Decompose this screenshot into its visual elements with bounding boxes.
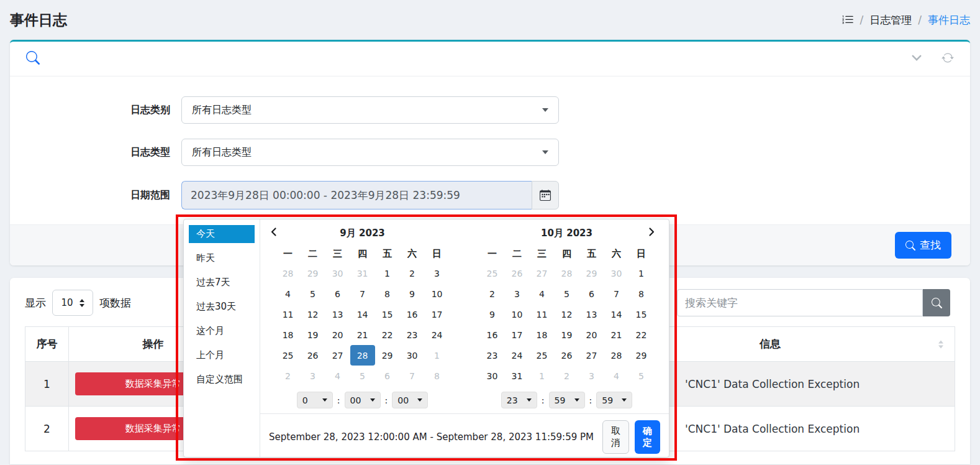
time-select[interactable]: 23: [501, 392, 537, 408]
day-cell[interactable]: 2: [555, 366, 579, 386]
range-item-6[interactable]: 自定义范围: [189, 371, 255, 389]
day-cell[interactable]: 5: [350, 366, 375, 386]
day-cell[interactable]: 2: [480, 283, 505, 304]
calendar-icon-button[interactable]: [532, 181, 559, 209]
breadcrumb-current[interactable]: 事件日志: [928, 13, 970, 27]
day-cell[interactable]: 19: [301, 325, 325, 345]
day-cell[interactable]: 25: [276, 345, 301, 366]
day-cell[interactable]: 31: [505, 366, 530, 386]
day-cell[interactable]: 9: [480, 304, 505, 325]
day-cell[interactable]: 27: [325, 345, 350, 366]
day-cell[interactable]: 21: [350, 325, 375, 345]
day-cell[interactable]: 15: [375, 304, 400, 325]
day-cell[interactable]: 9: [400, 283, 425, 304]
day-cell[interactable]: 28: [555, 263, 579, 283]
day-cell[interactable]: 25: [480, 263, 505, 283]
day-cell[interactable]: 4: [604, 366, 629, 386]
day-cell[interactable]: 4: [276, 283, 301, 304]
day-cell-selected[interactable]: 28: [350, 345, 375, 366]
day-cell[interactable]: 7: [350, 283, 375, 304]
day-cell[interactable]: 3: [301, 366, 325, 386]
breadcrumb-section[interactable]: 日志管理: [869, 13, 912, 27]
time-select[interactable]: 0: [297, 392, 333, 408]
log-type-select[interactable]: 所有日志类型: [181, 139, 559, 166]
day-cell[interactable]: 22: [375, 325, 400, 345]
day-cell[interactable]: 12: [555, 304, 579, 325]
day-cell[interactable]: 14: [604, 304, 629, 325]
day-cell[interactable]: 4: [530, 283, 555, 304]
day-cell[interactable]: 11: [276, 304, 301, 325]
day-cell[interactable]: 23: [400, 325, 425, 345]
day-cell[interactable]: 8: [375, 283, 400, 304]
day-cell[interactable]: 20: [325, 325, 350, 345]
log-category-select[interactable]: 所有日志类型: [181, 96, 559, 124]
day-cell[interactable]: 4: [325, 366, 350, 386]
day-cell[interactable]: 17: [425, 304, 450, 325]
day-cell[interactable]: 13: [579, 304, 604, 325]
collapse-chevron-down-icon[interactable]: [910, 52, 923, 67]
day-cell[interactable]: 14: [350, 304, 375, 325]
search-submit-button[interactable]: 查找: [895, 232, 951, 259]
day-cell[interactable]: 31: [350, 263, 375, 283]
time-select[interactable]: 59: [596, 392, 632, 408]
day-cell[interactable]: 3: [425, 263, 450, 283]
day-cell[interactable]: 30: [325, 263, 350, 283]
day-cell[interactable]: 2: [276, 366, 301, 386]
range-item-1[interactable]: 昨天: [189, 249, 255, 267]
day-cell[interactable]: 29: [301, 263, 325, 283]
day-cell[interactable]: 5: [629, 366, 654, 386]
day-cell[interactable]: 30: [604, 263, 629, 283]
day-cell[interactable]: 29: [629, 345, 654, 366]
day-cell[interactable]: 17: [505, 325, 530, 345]
cancel-button[interactable]: 取消: [602, 420, 629, 454]
column-header-no[interactable]: 序号: [25, 327, 69, 362]
range-item-3[interactable]: 过去30天: [189, 298, 255, 316]
day-cell[interactable]: 5: [555, 283, 579, 304]
day-cell[interactable]: 11: [530, 304, 555, 325]
refresh-icon[interactable]: [941, 52, 954, 67]
day-cell[interactable]: 26: [505, 263, 530, 283]
day-cell[interactable]: 21: [604, 325, 629, 345]
day-cell[interactable]: 13: [325, 304, 350, 325]
day-cell[interactable]: 6: [579, 283, 604, 304]
day-cell[interactable]: 29: [375, 345, 400, 366]
date-range-input[interactable]: [181, 181, 532, 209]
day-cell[interactable]: 16: [400, 304, 425, 325]
day-cell[interactable]: 1: [629, 263, 654, 283]
day-cell[interactable]: 28: [276, 263, 301, 283]
day-cell[interactable]: 18: [276, 325, 301, 345]
day-cell[interactable]: 6: [325, 283, 350, 304]
day-cell[interactable]: 23: [480, 345, 505, 366]
time-select[interactable]: 59: [549, 392, 585, 408]
time-select[interactable]: 00: [345, 392, 381, 408]
day-cell[interactable]: 30: [400, 345, 425, 366]
day-cell[interactable]: 10: [425, 283, 450, 304]
day-cell[interactable]: 16: [480, 325, 505, 345]
day-cell[interactable]: 22: [629, 325, 654, 345]
day-cell[interactable]: 18: [530, 325, 555, 345]
chevron-right-icon[interactable]: [647, 227, 660, 241]
keyword-search-button[interactable]: [923, 289, 950, 316]
day-cell[interactable]: 15: [629, 304, 654, 325]
day-cell[interactable]: 8: [425, 366, 450, 386]
keyword-search-input[interactable]: [677, 289, 923, 316]
day-cell[interactable]: 1: [530, 366, 555, 386]
range-item-4[interactable]: 这个月: [189, 322, 255, 340]
day-cell[interactable]: 12: [301, 304, 325, 325]
range-item-2[interactable]: 过去7天: [189, 274, 255, 292]
day-cell[interactable]: 1: [375, 263, 400, 283]
sort-icon[interactable]: [938, 340, 943, 348]
day-cell[interactable]: 1: [425, 345, 450, 366]
day-cell[interactable]: 5: [301, 283, 325, 304]
day-cell[interactable]: 7: [604, 283, 629, 304]
day-cell[interactable]: 10: [505, 304, 530, 325]
day-cell[interactable]: 7: [400, 366, 425, 386]
day-cell[interactable]: 26: [555, 345, 579, 366]
day-cell[interactable]: 24: [505, 345, 530, 366]
day-cell[interactable]: 6: [375, 366, 400, 386]
day-cell[interactable]: 24: [425, 325, 450, 345]
apply-button[interactable]: 确定: [635, 420, 660, 454]
day-cell[interactable]: 3: [505, 283, 530, 304]
day-cell[interactable]: 25: [530, 345, 555, 366]
time-select[interactable]: 00: [392, 392, 428, 408]
